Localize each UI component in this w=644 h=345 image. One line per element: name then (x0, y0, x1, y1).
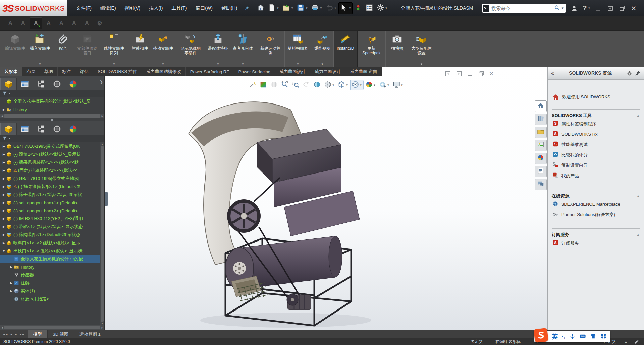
chevron-down-icon[interactable]: ▼ (291, 7, 293, 10)
restore-button[interactable] (607, 5, 614, 12)
document-tab[interactable]: 模型 (28, 330, 48, 338)
vertical-scrollbar[interactable]: ▲▼ (100, 142, 104, 325)
pin-icon[interactable] (635, 70, 641, 76)
ime-tool-button[interactable] (600, 333, 607, 341)
quick-tool-button[interactable]: ▼ (324, 3, 338, 14)
child-restore-button[interactable] (478, 70, 484, 77)
chevron-down-icon[interactable]: ▼ (420, 63, 423, 66)
tab-property-manager[interactable] (17, 78, 33, 90)
prev-tab-icon[interactable]: ◄ (10, 333, 13, 336)
command-tab[interactable]: 布局 (22, 67, 40, 76)
command-search[interactable]: >_ ▼ (482, 4, 566, 13)
expand-arrow-icon[interactable]: ▶ (1, 161, 6, 164)
help-button[interactable]: ?▼ (583, 4, 590, 12)
tab-display-manager[interactable] (65, 123, 81, 135)
ime-tool-button[interactable] (590, 333, 596, 341)
view-tool-button[interactable]: ▼ (312, 80, 322, 90)
view-tool-button[interactable]: ▼ (269, 80, 279, 90)
command-tab[interactable]: 标注 (58, 67, 75, 76)
document-tab[interactable]: 3D 视图 (48, 330, 74, 338)
expand-arrow-icon[interactable]: ▶ (1, 217, 6, 220)
chevron-down-icon[interactable]: ▼ (113, 63, 115, 66)
menu-item[interactable]: 窗口(W) (191, 0, 217, 16)
ime-tool-button[interactable]: ·, (562, 334, 565, 340)
command-tab[interactable]: 威力曲面設計 (275, 67, 310, 76)
task-strip-button[interactable] (535, 100, 547, 112)
task-pane-item[interactable]: SSOLIDWORKS Rx (552, 129, 640, 139)
command-tab[interactable]: Power Surfacing RE (186, 67, 234, 76)
task-pane-item[interactable]: S属性标签编制程序 (552, 119, 640, 129)
tree-item[interactable]: ▶ ⚠ History (0, 263, 100, 271)
quick-tool-button[interactable]: ▼ (256, 3, 266, 14)
sogou-logo-icon[interactable]: S (534, 328, 548, 343)
menu-item[interactable]: 文件(F) (72, 0, 96, 16)
annotation-tool-button[interactable]: A ↘ (81, 18, 93, 29)
chevron-down-icon[interactable]: ▼ (39, 63, 41, 66)
menu-item[interactable]: 帮助(H) (217, 0, 241, 16)
horizontal-scrollbar[interactable]: ◄► (0, 325, 104, 330)
ribbon-button[interactable]: 智能扣件 ▼ (129, 31, 151, 67)
expand-arrow-icon[interactable]: ▼ (1, 249, 6, 253)
next-tab-icon[interactable]: ► (15, 333, 17, 336)
chevron-down-icon[interactable]: ▼ (8, 92, 11, 95)
ribbon-button[interactable]: Instant3D ▼ (334, 31, 357, 67)
collapse-pane-icon[interactable]: « (551, 70, 554, 77)
view-tool-button[interactable]: ▼ (291, 80, 301, 90)
view-tool-button[interactable]: ▼ (391, 80, 404, 90)
panel-splitter-handle[interactable] (105, 192, 108, 206)
task-pane-item[interactable]: 我的产品 (552, 170, 640, 181)
ime-tool-button[interactable] (569, 333, 576, 341)
ribbon-button[interactable]: ts="10,2 18,6.5 10,11 2,6.5" fill="#ffd2… (151, 31, 176, 67)
ribbon-button[interactable]: ts="10,2 18,6.5 10,11 2,6.5" fill="#c9c9… (358, 31, 386, 67)
pane-left-icon[interactable] (445, 70, 451, 77)
tree-item[interactable]: ▶ ⚠ (-) IM B34 H80-112(YE2、YE3)通用 (0, 215, 100, 223)
search-options-chevron-icon[interactable]: ▼ (561, 7, 564, 10)
ribbon-button[interactable]: 拍快照 ▼ (386, 31, 408, 67)
pane-right-icon[interactable] (456, 70, 462, 77)
section-header[interactable]: 订阅服务▲ (552, 228, 640, 238)
expand-arrow-icon[interactable]: ▶ (1, 201, 6, 204)
ribbon-button[interactable]: ts="10,2 18,6.5 10,11 2,6.5" fill="#c6c6… (177, 31, 205, 67)
chevron-down-icon[interactable]: ▼ (162, 63, 164, 66)
section-header[interactable]: 在线资源▲ (552, 190, 640, 199)
expand-arrow-icon[interactable]: ▶ (1, 145, 6, 148)
tree-item[interactable]: ▶ ⚠ (固定) 护罩装配<1> -> (默认<< (0, 166, 100, 175)
task-pane-item[interactable]: S性能基准测试 (552, 139, 640, 150)
tab-dimxpert-manager[interactable] (49, 78, 65, 90)
chevron-down-icon[interactable]: ▼ (297, 63, 299, 66)
task-pane-item[interactable]: 复制设置向导 (552, 160, 640, 170)
chevron-down-icon[interactable]: ▼ (334, 7, 337, 10)
quick-tool-button[interactable]: ▼ (267, 3, 280, 14)
tree-item[interactable]: ▶ ⚠ (-) 摘果风机装配<1> -> (默认<<默 (0, 158, 100, 166)
user-account-icon[interactable] (571, 5, 578, 12)
collapse-chevron-icon[interactable]: ▲ (636, 114, 640, 118)
expand-arrow-icon[interactable]: ▶ (1, 108, 6, 111)
first-tab-icon[interactable]: ◄◄ (3, 333, 8, 336)
expand-arrow-icon[interactable]: ▶ (1, 241, 6, 245)
annotation-tool-button[interactable]: ⚙ ↘ (94, 18, 106, 29)
task-strip-button[interactable] (535, 140, 547, 151)
ribbon-button[interactable]: 线性零部件阵列 ▼ (101, 31, 128, 67)
collapse-chevron-icon[interactable]: ▲ (636, 194, 640, 198)
tab-feature-tree[interactable] (1, 78, 17, 90)
chevron-down-icon[interactable]: ▼ (360, 84, 362, 87)
command-tab[interactable]: Power Surfacing (234, 67, 275, 76)
command-tab[interactable]: 评估 (75, 67, 93, 76)
task-pane-item[interactable]: S订阅服务 (552, 238, 640, 248)
graphics-viewport[interactable]: ▼ ▼ ▼ ▼ ▼ ▼ ▼ (105, 67, 547, 330)
quick-tool-button[interactable]: ▼ (364, 3, 374, 14)
child-close-button[interactable]: ✕ (489, 70, 494, 77)
scrollbar-thumb[interactable] (4, 114, 100, 118)
tree-item[interactable]: ▶ ⚠ (-) 摘果滚筒装配<1> (Default<显 (0, 183, 100, 191)
tree-item[interactable]: ⚠ 传感器 (0, 271, 100, 279)
command-tab[interactable]: 威力曲面 逆向 (345, 67, 382, 76)
tab-property-manager[interactable] (17, 123, 33, 135)
tree-item[interactable]: ▶ ⚠ (-) sai_guagou_ban<1> (Default< (0, 199, 100, 207)
minimize-button[interactable] (595, 5, 602, 12)
scroll-left-icon[interactable]: ◄ (1, 115, 3, 118)
last-tab-icon[interactable]: ►► (19, 333, 25, 336)
scroll-up-icon[interactable]: ▲ (101, 143, 103, 145)
tree-pane-splitter[interactable] (0, 118, 104, 121)
tree-item[interactable]: ▶ ⚠ (-) 筛网装配<1> (Default<显示状态 (0, 231, 100, 239)
toolbar-grip[interactable] (1, 18, 4, 29)
